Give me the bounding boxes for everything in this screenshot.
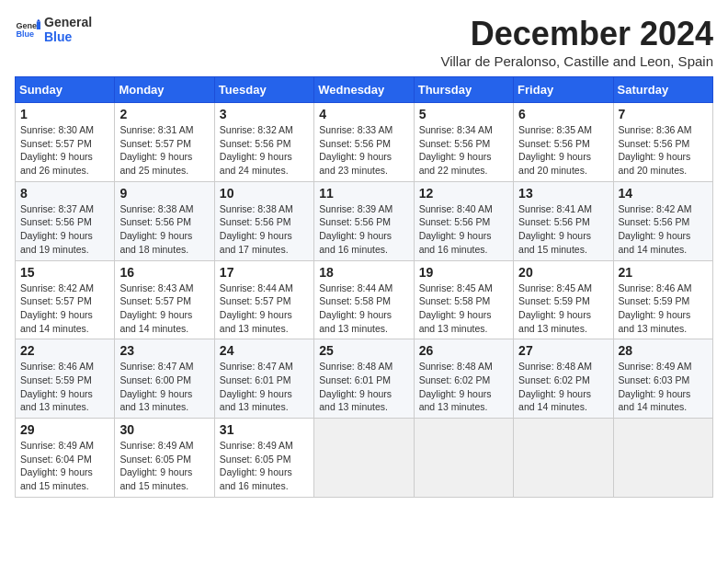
day-number: 29 (20, 422, 109, 437)
calendar-day-cell: 13 Sunrise: 8:41 AMSunset: 5:56 PMDaylig… (514, 181, 613, 260)
day-info: Sunrise: 8:47 AMSunset: 6:00 PMDaylight:… (119, 361, 193, 412)
calendar-day-cell: 9 Sunrise: 8:38 AMSunset: 5:56 PMDayligh… (115, 181, 214, 260)
day-number: 5 (419, 107, 508, 121)
day-number: 2 (119, 107, 209, 121)
day-info: Sunrise: 8:45 AMSunset: 5:59 PMDaylight:… (518, 282, 592, 334)
month-title: December 2024 (440, 15, 713, 53)
header: General Blue General Blue December 2024 … (15, 15, 713, 69)
calendar-day-cell: 31 Sunrise: 8:49 AMSunset: 6:05 PMDaylig… (214, 419, 313, 498)
day-number: 22 (20, 343, 109, 358)
calendar-day-cell: 29 Sunrise: 8:49 AMSunset: 6:04 PMDaylig… (16, 419, 115, 498)
calendar-day-cell: 10 Sunrise: 8:38 AMSunset: 5:56 PMDaylig… (214, 181, 313, 260)
day-number: 20 (518, 265, 608, 280)
calendar-day-cell: 16 Sunrise: 8:43 AMSunset: 5:57 PMDaylig… (115, 260, 214, 339)
calendar-day-cell: 1 Sunrise: 8:30 AMSunset: 5:57 PMDayligh… (16, 103, 115, 182)
calendar-day-cell (414, 419, 513, 498)
day-info: Sunrise: 8:49 AMSunset: 6:03 PMDaylight:… (619, 361, 692, 412)
calendar-week-row: 29 Sunrise: 8:49 AMSunset: 6:04 PMDaylig… (16, 419, 713, 498)
calendar-day-cell (613, 419, 712, 498)
calendar-day-cell: 12 Sunrise: 8:40 AMSunset: 5:56 PMDaylig… (414, 181, 513, 260)
day-info: Sunrise: 8:39 AMSunset: 5:56 PMDaylight:… (319, 203, 392, 255)
day-info: Sunrise: 8:44 AMSunset: 5:58 PMDaylight:… (319, 282, 392, 334)
day-info: Sunrise: 8:46 AMSunset: 5:59 PMDaylight:… (20, 361, 94, 412)
day-info: Sunrise: 8:47 AMSunset: 6:01 PMDaylight:… (220, 361, 293, 412)
day-number: 27 (518, 343, 608, 358)
day-of-week-header: Tuesday (214, 77, 313, 103)
day-number: 9 (119, 186, 209, 201)
calendar-week-row: 22 Sunrise: 8:46 AMSunset: 5:59 PMDaylig… (16, 339, 713, 419)
calendar-header-row: SundayMondayTuesdayWednesdayThursdayFrid… (16, 77, 713, 103)
calendar-day-cell: 2 Sunrise: 8:31 AMSunset: 5:57 PMDayligh… (115, 103, 214, 182)
day-number: 6 (518, 107, 608, 121)
day-number: 11 (319, 186, 408, 201)
day-info: Sunrise: 8:38 AMSunset: 5:56 PMDaylight:… (119, 203, 193, 255)
day-number: 19 (419, 265, 508, 280)
day-info: Sunrise: 8:36 AMSunset: 5:56 PMDaylight:… (619, 124, 692, 176)
day-number: 24 (220, 343, 309, 358)
day-number: 12 (419, 186, 508, 201)
logo: General Blue General Blue (15, 15, 92, 44)
day-of-week-header: Saturday (613, 77, 712, 103)
day-number: 10 (220, 186, 309, 201)
calendar-day-cell: 14 Sunrise: 8:42 AMSunset: 5:56 PMDaylig… (613, 181, 712, 260)
calendar-day-cell: 27 Sunrise: 8:48 AMSunset: 6:02 PMDaylig… (514, 339, 613, 419)
calendar-week-row: 15 Sunrise: 8:42 AMSunset: 5:57 PMDaylig… (16, 260, 713, 339)
day-of-week-header: Friday (514, 77, 613, 103)
day-number: 31 (220, 422, 309, 437)
calendar-day-cell: 24 Sunrise: 8:47 AMSunset: 6:01 PMDaylig… (214, 339, 313, 419)
calendar-day-cell: 5 Sunrise: 8:34 AMSunset: 5:56 PMDayligh… (414, 103, 513, 182)
day-number: 4 (319, 107, 408, 121)
calendar-day-cell: 20 Sunrise: 8:45 AMSunset: 5:59 PMDaylig… (514, 260, 613, 339)
svg-marker-2 (37, 22, 40, 29)
day-info: Sunrise: 8:37 AMSunset: 5:56 PMDaylight:… (20, 203, 94, 255)
day-number: 17 (220, 265, 309, 280)
day-info: Sunrise: 8:38 AMSunset: 5:56 PMDaylight:… (220, 203, 293, 255)
day-number: 1 (20, 107, 109, 121)
day-info: Sunrise: 8:41 AMSunset: 5:56 PMDaylight:… (518, 203, 592, 255)
day-info: Sunrise: 8:45 AMSunset: 5:58 PMDaylight:… (419, 282, 493, 334)
calendar-day-cell: 28 Sunrise: 8:49 AMSunset: 6:03 PMDaylig… (613, 339, 712, 419)
day-info: Sunrise: 8:48 AMSunset: 6:02 PMDaylight:… (419, 361, 493, 412)
day-of-week-header: Sunday (16, 77, 115, 103)
calendar-day-cell (514, 419, 613, 498)
calendar-week-row: 1 Sunrise: 8:30 AMSunset: 5:57 PMDayligh… (16, 103, 713, 182)
day-number: 23 (119, 343, 209, 358)
calendar-day-cell: 19 Sunrise: 8:45 AMSunset: 5:58 PMDaylig… (414, 260, 513, 339)
day-info: Sunrise: 8:40 AMSunset: 5:56 PMDaylight:… (419, 203, 493, 255)
day-number: 7 (619, 107, 708, 121)
day-number: 3 (220, 107, 309, 121)
day-number: 18 (319, 265, 408, 280)
calendar-day-cell: 11 Sunrise: 8:39 AMSunset: 5:56 PMDaylig… (314, 181, 414, 260)
day-number: 26 (419, 343, 508, 358)
day-info: Sunrise: 8:33 AMSunset: 5:56 PMDaylight:… (319, 124, 392, 176)
day-info: Sunrise: 8:43 AMSunset: 5:57 PMDaylight:… (119, 282, 193, 334)
calendar-day-cell: 17 Sunrise: 8:44 AMSunset: 5:57 PMDaylig… (214, 260, 313, 339)
day-number: 15 (20, 265, 109, 280)
day-info: Sunrise: 8:42 AMSunset: 5:57 PMDaylight:… (20, 282, 94, 334)
day-info: Sunrise: 8:48 AMSunset: 6:02 PMDaylight:… (518, 361, 592, 412)
day-info: Sunrise: 8:44 AMSunset: 5:57 PMDaylight:… (220, 282, 293, 334)
day-info: Sunrise: 8:42 AMSunset: 5:56 PMDaylight:… (619, 203, 692, 255)
day-info: Sunrise: 8:31 AMSunset: 5:57 PMDaylight:… (119, 124, 193, 176)
day-info: Sunrise: 8:30 AMSunset: 5:57 PMDaylight:… (20, 124, 94, 176)
day-info: Sunrise: 8:49 AMSunset: 6:04 PMDaylight:… (20, 440, 94, 491)
logo-text-blue: Blue (44, 29, 92, 44)
location-subtitle: Villar de Peralonso, Castille and Leon, … (440, 53, 713, 69)
calendar-day-cell: 23 Sunrise: 8:47 AMSunset: 6:00 PMDaylig… (115, 339, 214, 419)
calendar-table: SundayMondayTuesdayWednesdayThursdayFrid… (15, 76, 713, 498)
day-info: Sunrise: 8:34 AMSunset: 5:56 PMDaylight:… (419, 124, 493, 176)
calendar-day-cell: 15 Sunrise: 8:42 AMSunset: 5:57 PMDaylig… (16, 260, 115, 339)
day-of-week-header: Thursday (414, 77, 513, 103)
day-info: Sunrise: 8:35 AMSunset: 5:56 PMDaylight:… (518, 124, 592, 176)
day-of-week-header: Monday (115, 77, 214, 103)
calendar-day-cell (314, 419, 414, 498)
day-info: Sunrise: 8:49 AMSunset: 6:05 PMDaylight:… (220, 440, 293, 491)
day-number: 21 (619, 265, 708, 280)
day-number: 13 (518, 186, 608, 201)
logo-text-general: General (44, 15, 92, 29)
svg-text:Blue: Blue (16, 29, 34, 39)
calendar-day-cell: 26 Sunrise: 8:48 AMSunset: 6:02 PMDaylig… (414, 339, 513, 419)
day-info: Sunrise: 8:46 AMSunset: 5:59 PMDaylight:… (619, 282, 692, 334)
day-number: 14 (619, 186, 708, 201)
day-info: Sunrise: 8:32 AMSunset: 5:56 PMDaylight:… (220, 124, 293, 176)
